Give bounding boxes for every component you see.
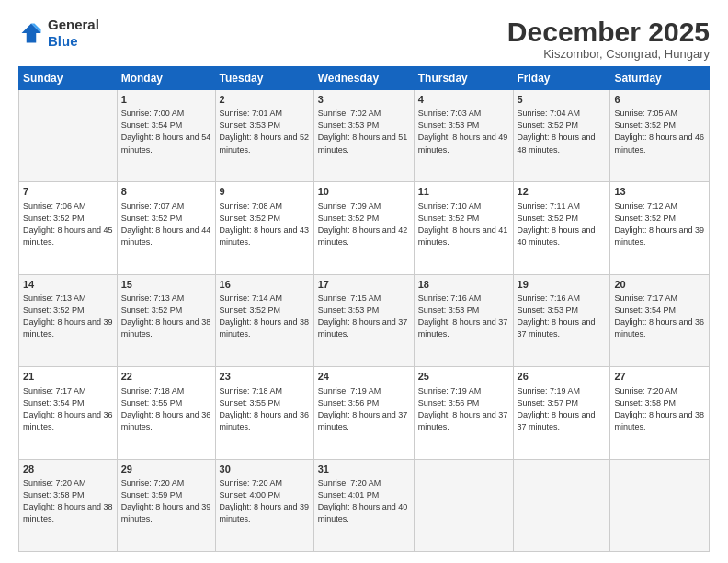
logo: General Blue <box>18 17 99 50</box>
calendar-table: Sunday Monday Tuesday Wednesday Thursday… <box>18 66 710 552</box>
calendar-cell-w2d5: 19Sunrise: 7:16 AMSunset: 3:53 PMDayligh… <box>513 274 610 366</box>
calendar-week-2: 14Sunrise: 7:13 AMSunset: 3:52 PMDayligh… <box>19 274 710 366</box>
calendar-cell-w4d6 <box>610 459 710 551</box>
calendar-cell-w1d0: 7Sunrise: 7:06 AMSunset: 3:52 PMDaylight… <box>19 182 118 274</box>
day-info: Sunrise: 7:19 AMSunset: 3:56 PMDaylight:… <box>418 385 509 433</box>
day-info: Sunrise: 7:19 AMSunset: 3:57 PMDaylight:… <box>518 385 607 433</box>
calendar-week-3: 21Sunrise: 7:17 AMSunset: 3:54 PMDayligh… <box>19 367 710 459</box>
calendar-cell-w0d2: 2Sunrise: 7:01 AMSunset: 3:53 PMDaylight… <box>215 90 313 182</box>
day-info: Sunrise: 7:13 AMSunset: 3:52 PMDaylight:… <box>23 293 113 340</box>
day-number: 9 <box>220 185 310 199</box>
day-number: 21 <box>23 370 113 384</box>
calendar-cell-w3d4: 25Sunrise: 7:19 AMSunset: 3:56 PMDayligh… <box>414 367 513 459</box>
header: General Blue December 2025 Kiszombor, Cs… <box>18 17 710 61</box>
logo-general: General <box>48 17 99 33</box>
day-info: Sunrise: 7:13 AMSunset: 3:52 PMDaylight:… <box>121 293 211 340</box>
calendar-cell-w2d2: 16Sunrise: 7:14 AMSunset: 3:52 PMDayligh… <box>215 274 313 366</box>
calendar-cell-w0d1: 1Sunrise: 7:00 AMSunset: 3:54 PMDaylight… <box>117 90 215 182</box>
calendar-cell-w1d5: 12Sunrise: 7:11 AMSunset: 3:52 PMDayligh… <box>513 182 610 274</box>
day-number: 4 <box>418 93 509 107</box>
day-number: 6 <box>614 93 705 107</box>
day-info: Sunrise: 7:00 AMSunset: 3:54 PMDaylight:… <box>121 108 211 155</box>
calendar-cell-w3d5: 26Sunrise: 7:19 AMSunset: 3:57 PMDayligh… <box>513 367 610 459</box>
calendar-cell-w0d6: 6Sunrise: 7:05 AMSunset: 3:52 PMDaylight… <box>610 90 710 182</box>
day-number: 25 <box>418 370 509 384</box>
main-title: December 2025 <box>507 17 710 47</box>
day-info: Sunrise: 7:09 AMSunset: 3:52 PMDaylight:… <box>318 201 410 248</box>
calendar-week-0: 1Sunrise: 7:00 AMSunset: 3:54 PMDaylight… <box>19 90 710 182</box>
header-sunday: Sunday <box>19 67 118 90</box>
calendar-cell-w0d0 <box>19 90 118 182</box>
svg-marker-0 <box>22 24 41 43</box>
day-number: 8 <box>121 185 211 199</box>
day-number: 10 <box>318 185 410 199</box>
day-info: Sunrise: 7:20 AMSunset: 4:01 PMDaylight:… <box>318 477 410 525</box>
calendar-cell-w3d2: 23Sunrise: 7:18 AMSunset: 3:55 PMDayligh… <box>215 367 313 459</box>
calendar-header: Sunday Monday Tuesday Wednesday Thursday… <box>19 67 710 90</box>
day-number: 17 <box>318 278 410 292</box>
day-number: 22 <box>121 370 211 384</box>
calendar-cell-w4d5 <box>513 459 610 551</box>
calendar-cell-w2d6: 20Sunrise: 7:17 AMSunset: 3:54 PMDayligh… <box>610 274 710 366</box>
day-info: Sunrise: 7:17 AMSunset: 3:54 PMDaylight:… <box>614 293 705 340</box>
day-number: 24 <box>318 370 410 384</box>
calendar-cell-w4d3: 31Sunrise: 7:20 AMSunset: 4:01 PMDayligh… <box>313 459 414 551</box>
day-info: Sunrise: 7:14 AMSunset: 3:52 PMDaylight:… <box>220 293 310 340</box>
day-number: 20 <box>614 278 705 292</box>
header-monday: Monday <box>117 67 215 90</box>
calendar-cell-w1d1: 8Sunrise: 7:07 AMSunset: 3:52 PMDaylight… <box>117 182 215 274</box>
calendar-week-1: 7Sunrise: 7:06 AMSunset: 3:52 PMDaylight… <box>19 182 710 274</box>
day-info: Sunrise: 7:18 AMSunset: 3:55 PMDaylight:… <box>220 385 310 433</box>
calendar-cell-w2d1: 15Sunrise: 7:13 AMSunset: 3:52 PMDayligh… <box>117 274 215 366</box>
day-number: 11 <box>418 185 509 199</box>
day-info: Sunrise: 7:20 AMSunset: 3:59 PMDaylight:… <box>121 477 211 525</box>
header-tuesday: Tuesday <box>215 67 313 90</box>
day-number: 3 <box>318 93 410 107</box>
day-info: Sunrise: 7:11 AMSunset: 3:52 PMDaylight:… <box>518 201 607 248</box>
day-info: Sunrise: 7:03 AMSunset: 3:53 PMDaylight:… <box>418 108 509 155</box>
day-info: Sunrise: 7:20 AMSunset: 4:00 PMDaylight:… <box>220 477 310 525</box>
calendar-cell-w4d2: 30Sunrise: 7:20 AMSunset: 4:00 PMDayligh… <box>215 459 313 551</box>
day-info: Sunrise: 7:12 AMSunset: 3:52 PMDaylight:… <box>614 201 705 248</box>
day-number: 28 <box>23 463 113 477</box>
day-number: 13 <box>614 185 705 199</box>
day-number: 7 <box>23 185 113 199</box>
page: General Blue December 2025 Kiszombor, Cs… <box>0 0 728 563</box>
calendar-cell-w3d3: 24Sunrise: 7:19 AMSunset: 3:56 PMDayligh… <box>313 367 414 459</box>
day-info: Sunrise: 7:05 AMSunset: 3:52 PMDaylight:… <box>614 108 705 155</box>
calendar-cell-w4d1: 29Sunrise: 7:20 AMSunset: 3:59 PMDayligh… <box>117 459 215 551</box>
calendar-cell-w1d3: 10Sunrise: 7:09 AMSunset: 3:52 PMDayligh… <box>313 182 414 274</box>
calendar-cell-w0d3: 3Sunrise: 7:02 AMSunset: 3:53 PMDaylight… <box>313 90 414 182</box>
day-number: 29 <box>121 463 211 477</box>
day-number: 30 <box>220 463 310 477</box>
day-info: Sunrise: 7:06 AMSunset: 3:52 PMDaylight:… <box>23 201 113 248</box>
day-number: 5 <box>518 93 607 107</box>
header-saturday: Saturday <box>610 67 710 90</box>
calendar-cell-w2d4: 18Sunrise: 7:16 AMSunset: 3:53 PMDayligh… <box>414 274 513 366</box>
day-number: 19 <box>518 278 607 292</box>
day-info: Sunrise: 7:19 AMSunset: 3:56 PMDaylight:… <box>318 385 410 433</box>
day-number: 18 <box>418 278 509 292</box>
title-block: December 2025 Kiszombor, Csongrad, Hunga… <box>507 17 710 61</box>
calendar-week-4: 28Sunrise: 7:20 AMSunset: 3:58 PMDayligh… <box>19 459 710 551</box>
day-info: Sunrise: 7:16 AMSunset: 3:53 PMDaylight:… <box>418 293 509 340</box>
day-info: Sunrise: 7:17 AMSunset: 3:54 PMDaylight:… <box>23 385 113 433</box>
header-friday: Friday <box>513 67 610 90</box>
calendar-cell-w4d4 <box>414 459 513 551</box>
day-number: 16 <box>220 278 310 292</box>
day-info: Sunrise: 7:20 AMSunset: 3:58 PMDaylight:… <box>614 385 705 433</box>
day-info: Sunrise: 7:18 AMSunset: 3:55 PMDaylight:… <box>121 385 211 433</box>
day-info: Sunrise: 7:16 AMSunset: 3:53 PMDaylight:… <box>518 293 607 340</box>
day-number: 14 <box>23 278 113 292</box>
calendar-cell-w2d3: 17Sunrise: 7:15 AMSunset: 3:53 PMDayligh… <box>313 274 414 366</box>
day-info: Sunrise: 7:20 AMSunset: 3:58 PMDaylight:… <box>23 477 113 525</box>
logo-blue: Blue <box>48 33 99 50</box>
calendar-body: 1Sunrise: 7:00 AMSunset: 3:54 PMDaylight… <box>19 90 710 552</box>
day-info: Sunrise: 7:08 AMSunset: 3:52 PMDaylight:… <box>220 201 310 248</box>
day-info: Sunrise: 7:02 AMSunset: 3:53 PMDaylight:… <box>318 108 410 155</box>
day-info: Sunrise: 7:10 AMSunset: 3:52 PMDaylight:… <box>418 201 509 248</box>
day-info: Sunrise: 7:15 AMSunset: 3:53 PMDaylight:… <box>318 293 410 340</box>
subtitle: Kiszombor, Csongrad, Hungary <box>507 47 710 61</box>
day-number: 26 <box>518 370 607 384</box>
header-row: Sunday Monday Tuesday Wednesday Thursday… <box>19 67 710 90</box>
